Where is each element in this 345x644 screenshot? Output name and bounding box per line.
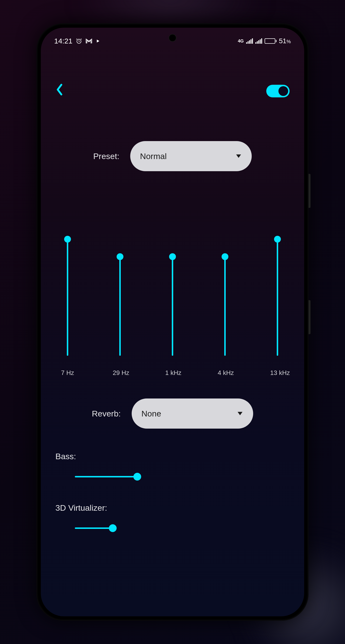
eq-track (224, 257, 226, 356)
eq-band-2[interactable] (113, 239, 127, 356)
bass-section: Bass: (41, 452, 304, 480)
virtualizer-slider-track (75, 528, 113, 529)
eq-band-5[interactable] (270, 239, 285, 356)
preset-row: Preset: Normal (41, 141, 304, 171)
battery-icon (265, 38, 276, 44)
battery-percent: 51% (279, 37, 291, 45)
eq-thumb[interactable] (64, 236, 71, 242)
alarm-icon (76, 38, 82, 44)
enable-toggle[interactable] (266, 85, 290, 98)
reverb-row: Reverb: None (41, 398, 304, 428)
eq-thumb[interactable] (169, 253, 176, 260)
eq-band-1[interactable] (60, 239, 75, 356)
equalizer-labels: 7 Hz 29 Hz 1 kHz 4 kHz 13 kHz (60, 369, 285, 377)
virtualizer-section: 3D Virtualizer: (41, 503, 304, 532)
play-icon (96, 39, 100, 43)
eq-band-3[interactable] (165, 239, 180, 356)
signal-icon (246, 38, 253, 44)
eq-track (172, 257, 173, 356)
bass-slider[interactable] (75, 473, 264, 480)
eq-band-4[interactable] (218, 239, 232, 356)
status-bar-left: 14:21 (54, 37, 100, 45)
eq-track (67, 239, 68, 356)
phone-side-button (308, 222, 310, 286)
chevron-down-icon (236, 154, 241, 158)
eq-band-label: 7 Hz (60, 369, 75, 377)
status-time: 14:21 (54, 37, 72, 45)
equalizer-area: 7 Hz 29 Hz 1 kHz 4 kHz 13 kHz (41, 239, 304, 377)
header-row (41, 47, 304, 98)
back-button[interactable] (55, 84, 64, 98)
virtualizer-slider[interactable] (75, 525, 264, 532)
eq-band-label: 29 Hz (113, 369, 127, 377)
toggle-knob (278, 86, 288, 96)
virtualizer-label: 3D Virtualizer: (55, 503, 290, 513)
preset-label: Preset: (93, 152, 120, 161)
phone-screen: 14:21 4G (41, 28, 304, 616)
phone-side-button (308, 174, 310, 208)
signal-icon-2 (255, 38, 262, 44)
virtualizer-slider-thumb[interactable] (109, 524, 117, 532)
bg-glow-top (73, 0, 267, 24)
reverb-dropdown[interactable]: None (132, 398, 253, 428)
phone-frame: 14:21 4G (37, 23, 308, 621)
chevron-down-icon (238, 412, 242, 415)
preset-value: Normal (140, 152, 167, 161)
eq-thumb[interactable] (117, 253, 123, 260)
status-bar-right: 4G 51% (238, 37, 291, 45)
eq-track (277, 239, 278, 356)
preset-dropdown[interactable]: Normal (130, 141, 252, 171)
bass-label: Bass: (55, 452, 290, 461)
eq-thumb[interactable] (222, 253, 228, 260)
phone-side-button (308, 300, 310, 334)
gmail-icon (86, 38, 92, 44)
equalizer-sliders (60, 239, 285, 356)
eq-band-label: 13 kHz (270, 369, 285, 377)
network-type: 4G (238, 38, 244, 44)
bass-slider-thumb[interactable] (133, 473, 141, 480)
eq-band-label: 4 kHz (218, 369, 232, 377)
reverb-label: Reverb: (92, 409, 121, 418)
camera-notch (169, 34, 176, 41)
bass-slider-track (75, 476, 137, 478)
eq-thumb[interactable] (274, 236, 281, 242)
eq-track (119, 257, 121, 356)
eq-band-label: 1 kHz (165, 369, 180, 377)
reverb-value: None (141, 409, 161, 418)
